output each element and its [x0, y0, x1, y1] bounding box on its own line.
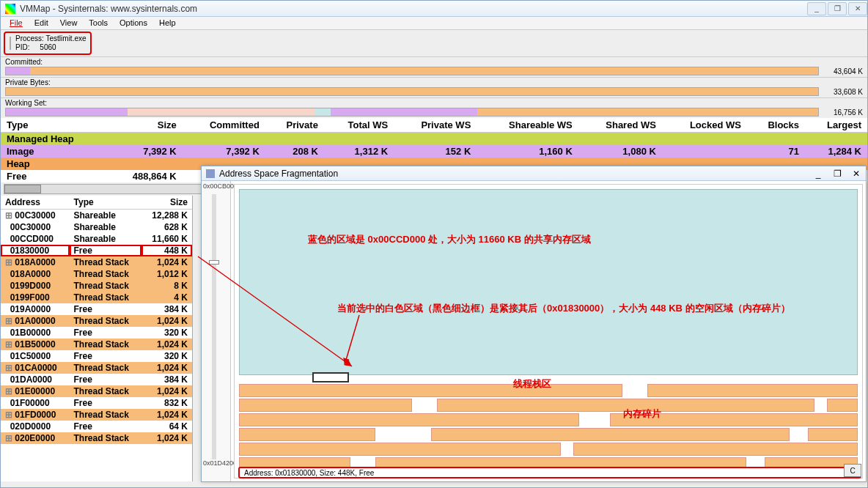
process-info: Process: Testlimit.exe PID: 5060	[4, 32, 92, 55]
type-col-blocks[interactable]: Blocks	[747, 118, 805, 133]
pid-label: PID:	[15, 43, 29, 51]
type-col-shared-ws[interactable]: Shared WS	[578, 118, 662, 133]
private-bar	[5, 87, 819, 96]
addr-row[interactable]: 019A0000Free384 K	[1, 303, 192, 315]
addr-row[interactable]: 0199F000Thread Stack4 K	[1, 292, 192, 303]
addr-window-title: Address Space Fragmentation	[219, 169, 809, 179]
svg-line-0	[198, 256, 352, 366]
addr-row[interactable]: ⊞ 01A00000Thread Stack1,024 K	[1, 315, 192, 327]
private-value: 33,608 K	[819, 88, 863, 96]
addr-max-button[interactable]: ❐	[828, 169, 847, 179]
menu-file[interactable]: File	[4, 17, 29, 29]
workingset-bar	[5, 108, 819, 117]
menu-tools[interactable]: Tools	[83, 17, 114, 29]
close-button[interactable]: ✕	[848, 2, 867, 15]
addr-status-bar: Address: 0x01830000, Size: 448K, Free	[238, 467, 861, 478]
type-col-shareable-ws[interactable]: Shareable WS	[477, 118, 578, 133]
type-col-locked-ws[interactable]: Locked WS	[662, 118, 747, 133]
addr-row[interactable]: 00C30000Shareable628 K	[1, 221, 192, 233]
addr-row[interactable]: ⊞ 020E0000Thread Stack1,024 K	[1, 432, 192, 444]
menu-view[interactable]: View	[54, 17, 84, 29]
type-col-total-ws[interactable]: Total WS	[324, 118, 394, 133]
addr-icon	[206, 169, 215, 178]
window-title: VMMap - Sysinternals: www.sysinternals.c…	[20, 4, 806, 14]
minimize-button[interactable]: _	[807, 2, 826, 15]
addr-row[interactable]: 0199D000Thread Stack8 K	[1, 280, 192, 292]
type-col-private-ws[interactable]: Private WS	[394, 118, 477, 133]
process-label: Process:	[15, 34, 44, 42]
addr-row[interactable]: 01B00000Free320 K	[1, 327, 192, 339]
addr-ok-button[interactable]: C	[844, 464, 861, 477]
addr-row[interactable]: ⊞ 01CA0000Thread Stack1,024 K	[1, 362, 192, 374]
pid-value: 5060	[40, 43, 56, 51]
type-col-committed[interactable]: Committed	[183, 118, 265, 133]
arrow-2	[337, 308, 381, 374]
type-col-size[interactable]: Size	[107, 118, 182, 133]
menu-help[interactable]: Help	[153, 17, 182, 29]
svg-line-1	[345, 315, 359, 365]
addr-row[interactable]: ⊞ 01B50000Thread Stack1,024 K	[1, 339, 192, 350]
type-row[interactable]: Image7,392 K7,392 K208 K1,312 K152 K1,16…	[1, 145, 867, 158]
addr-close-button[interactable]: ✕	[847, 169, 866, 179]
main-titlebar[interactable]: VMMap - Sysinternals: www.sysinternals.c…	[1, 1, 867, 17]
addr-row[interactable]: ⊞ 01E00000Thread Stack1,024 K	[1, 385, 192, 397]
addr-status-text: Address: 0x01830000, Size: 448K, Free	[244, 469, 374, 477]
addr-row[interactable]: 01DA0000Free384 K	[1, 374, 192, 385]
committed-bar	[5, 67, 819, 75]
process-icon	[10, 37, 11, 50]
type-col-largest[interactable]: Largest	[805, 118, 867, 133]
addr-row[interactable]: 01C50000Free320 K	[1, 350, 192, 362]
addr-row[interactable]: 01F00000Free832 K	[1, 397, 192, 409]
addr-row[interactable]: 018A0000Thread Stack1,012 K	[1, 268, 192, 280]
maximize-button[interactable]: ❐	[828, 2, 847, 15]
type-row[interactable]: Managed Heap	[1, 133, 867, 146]
committed-label: Committed:	[1, 56, 867, 67]
addr-min-button[interactable]: _	[809, 169, 828, 179]
addr-row[interactable]: ⊞ 00C30000Shareable12,288 K	[1, 210, 192, 222]
type-col-private[interactable]: Private	[265, 118, 324, 133]
addr-row[interactable]: 00CCD000Shareable11,660 K	[1, 233, 192, 245]
address-list[interactable]: Address Type Size ⊞ 00C30000Shareable12,…	[1, 196, 193, 481]
app-icon	[5, 4, 15, 14]
private-label: Private Bytes:	[1, 77, 867, 87]
addr-row[interactable]: ⊞ 018A0000Thread Stack1,024 K	[1, 256, 192, 268]
addr-row[interactable]: 01830000Free448 K	[1, 245, 192, 256]
menu-edit[interactable]: Edit	[29, 17, 54, 29]
addr-row[interactable]: ⊞ 01FD0000Thread Stack1,024 K	[1, 409, 192, 421]
workingset-value: 16,756 K	[819, 108, 863, 117]
process-name: Testlimit.exe	[46, 34, 87, 42]
addr-titlebar[interactable]: Address Space Fragmentation _ ❐ ✕	[202, 166, 866, 181]
col-type[interactable]: Type	[70, 196, 142, 210]
col-address[interactable]: Address	[1, 196, 70, 210]
arrow-1	[191, 242, 359, 381]
addr-row[interactable]: 020D0000Free64 K	[1, 421, 192, 432]
workingset-label: Working Set:	[1, 97, 867, 108]
committed-value: 43,604 K	[819, 67, 863, 75]
type-col-type[interactable]: Type	[1, 118, 107, 133]
menubar: File Edit View Tools Options Help	[1, 17, 867, 30]
menu-options[interactable]: Options	[114, 17, 153, 29]
col-size[interactable]: Size	[141, 196, 192, 210]
